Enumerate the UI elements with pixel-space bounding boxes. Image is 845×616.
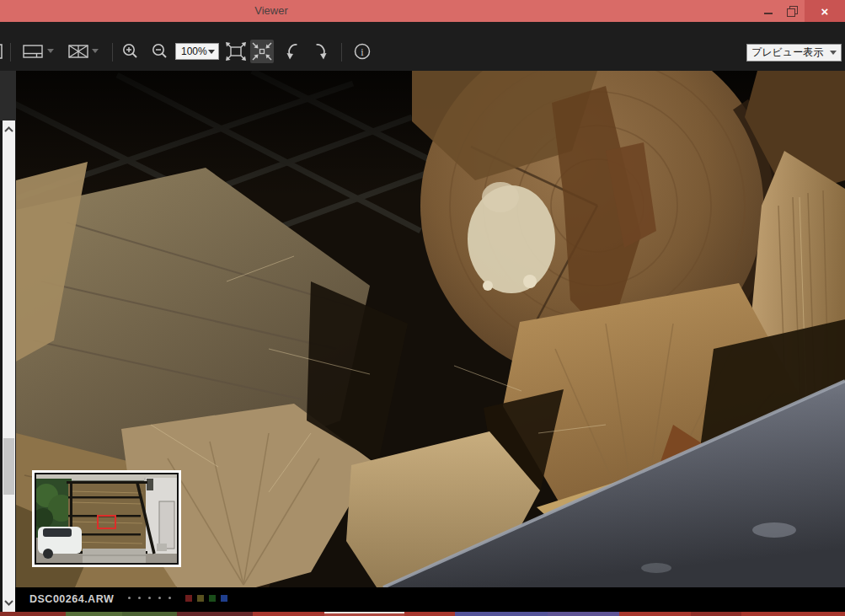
toolbar-separator [10, 43, 11, 62]
rating-dot[interactable] [158, 597, 161, 599]
actual-size-button[interactable] [250, 40, 274, 63]
layout-view-button[interactable] [21, 40, 45, 63]
rating-dot[interactable] [148, 597, 151, 599]
color-marker[interactable] [197, 595, 204, 602]
compare-view-icon [67, 43, 89, 60]
toolbar-separator [341, 43, 342, 62]
compare-view-dropdown-icon[interactable] [92, 49, 99, 53]
rotate-left-button[interactable] [281, 40, 305, 63]
actual-size-icon [250, 40, 274, 62]
info-button[interactable]: i [350, 40, 374, 63]
scroll-up-button[interactable] [3, 122, 15, 137]
toolbar-separator [112, 43, 113, 62]
rating-dot[interactable] [128, 597, 131, 599]
titlebar[interactable]: Viewer × [0, 0, 845, 22]
toolbar: 100% [0, 22, 845, 71]
color-marker[interactable] [209, 595, 216, 602]
chevron-down-icon [208, 50, 215, 54]
navigator-panel[interactable] [32, 470, 181, 567]
color-marker[interactable] [185, 595, 192, 602]
zoom-in-icon [120, 41, 141, 62]
navigator-thumbnail [35, 473, 179, 565]
restore-icon [787, 6, 797, 16]
zoom-out-icon [150, 41, 170, 62]
rating-dots[interactable] [128, 597, 171, 599]
chevron-down-icon [830, 51, 837, 55]
close-button[interactable]: × [805, 0, 845, 22]
rating-dot[interactable] [138, 597, 141, 599]
layout-view-dropdown-icon[interactable] [47, 49, 54, 53]
view-mode-value: プレビュー表示 [747, 46, 830, 60]
fit-to-window-icon [224, 40, 248, 62]
single-view-icon [0, 42, 3, 61]
svg-text:i: i [361, 46, 364, 58]
view-mode-select[interactable]: プレビュー表示 [746, 44, 842, 62]
zoom-level-value: 100% [176, 46, 208, 57]
info-icon: i [350, 40, 374, 62]
fit-to-window-button[interactable] [224, 40, 248, 63]
statusbar: DSC00264.ARW [0, 587, 845, 612]
filmstrip-edge [0, 612, 845, 616]
color-markers[interactable] [185, 595, 227, 602]
zoom-out-button[interactable] [148, 40, 172, 63]
single-view-button[interactable] [0, 40, 3, 63]
zoom-in-button[interactable] [119, 40, 142, 63]
panel-corner-block [0, 71, 16, 121]
vertical-scrollbar-thumb[interactable] [3, 438, 14, 495]
viewer-window: Viewer × [0, 0, 845, 616]
window-title: Viewer [212, 4, 330, 17]
vertical-scrollbar-track[interactable] [3, 121, 15, 612]
rating-dot[interactable] [168, 597, 171, 599]
layout-view-icon [22, 43, 44, 60]
chevron-up-icon [4, 126, 13, 133]
compare-view-button[interactable] [67, 40, 90, 63]
chevron-down-icon [4, 599, 13, 606]
zoom-level-select[interactable]: 100% [175, 43, 219, 60]
rotate-right-icon [310, 40, 330, 62]
rotate-right-button[interactable] [308, 40, 332, 63]
navigator-image [36, 474, 177, 563]
filename-label: DSC00264.ARW [29, 593, 114, 605]
minimize-button[interactable] [757, 0, 780, 22]
color-marker[interactable] [221, 595, 227, 602]
restore-button[interactable] [780, 0, 804, 22]
scroll-down-button[interactable] [3, 595, 15, 609]
close-icon: × [821, 4, 829, 19]
rotate-left-icon [283, 40, 303, 62]
minimize-icon [764, 13, 773, 14]
